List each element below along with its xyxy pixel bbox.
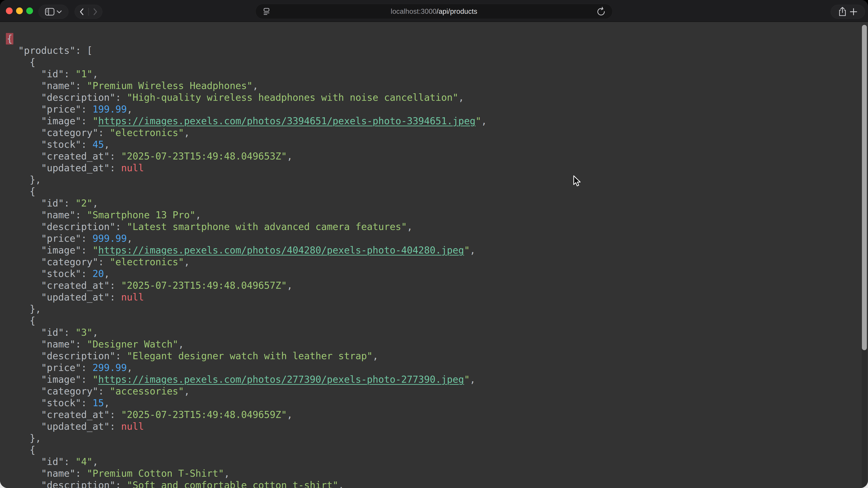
json-token: , bbox=[481, 116, 487, 127]
json-token: "Premium Cotton T-Shirt" bbox=[87, 468, 224, 479]
json-token: "electronics" bbox=[110, 127, 184, 138]
json-line: { bbox=[7, 444, 868, 456]
json-token: , bbox=[184, 256, 190, 267]
share-button[interactable] bbox=[838, 5, 847, 19]
json-token: "name": bbox=[7, 209, 87, 221]
json-line: "stock": 15, bbox=[7, 397, 868, 409]
json-line: { bbox=[7, 315, 868, 327]
json-line: "name": "Premium Wireless Headphones", bbox=[7, 80, 868, 92]
json-token: { bbox=[6, 33, 13, 44]
new-tab-button[interactable] bbox=[849, 5, 858, 19]
json-token: "name": bbox=[7, 468, 87, 479]
json-line: "name": "Premium Cotton T-Shirt", bbox=[7, 468, 868, 480]
json-token: "image": bbox=[7, 116, 92, 127]
json-token: , bbox=[178, 339, 184, 350]
json-line: { bbox=[7, 186, 868, 197]
maximize-window-button[interactable] bbox=[26, 7, 33, 14]
json-line: "price": 299.99, bbox=[7, 362, 868, 374]
json-token: , bbox=[104, 139, 110, 150]
json-line: "created_at": "2025-07-23T15:49:48.04965… bbox=[7, 151, 868, 162]
page-content: { "products": [ { "id": "1", "name": "Pr… bbox=[0, 22, 868, 488]
json-token: { bbox=[7, 186, 35, 197]
json-token: "updated_at": bbox=[7, 162, 121, 173]
json-token: "accessories" bbox=[110, 386, 184, 397]
sidebar-button-group bbox=[38, 5, 68, 19]
json-line: }, bbox=[7, 303, 868, 315]
url-text: localhost:3000/api/products bbox=[256, 7, 612, 15]
sidebar-icon bbox=[45, 8, 55, 16]
json-token: "Soft and comfortable cotton t-shirt" bbox=[127, 480, 338, 488]
browser-toolbar: localhost:3000/api/products bbox=[0, 0, 868, 22]
json-token: null bbox=[121, 162, 144, 173]
json-token: 15 bbox=[92, 397, 104, 409]
json-token: "2" bbox=[75, 198, 92, 209]
json-token: "id": bbox=[7, 456, 75, 467]
json-line: { bbox=[7, 33, 868, 45]
json-token: , bbox=[224, 468, 230, 479]
json-token: "description": bbox=[7, 350, 127, 361]
json-token: , bbox=[338, 480, 344, 488]
address-bar[interactable]: localhost:3000/api/products bbox=[255, 4, 613, 19]
navigation-button-group bbox=[74, 5, 102, 19]
json-token: "created_at": bbox=[7, 151, 121, 162]
json-token: 20 bbox=[92, 268, 104, 279]
json-token: 299.99 bbox=[92, 362, 127, 373]
forward-button[interactable] bbox=[89, 5, 102, 19]
json-token: , bbox=[127, 104, 132, 115]
sidebar-toggle-button[interactable] bbox=[45, 5, 55, 19]
json-token: "Smartphone 13 Pro" bbox=[87, 209, 195, 221]
sidebar-menu-button[interactable] bbox=[56, 5, 62, 19]
scrollbar-thumb[interactable] bbox=[862, 25, 867, 350]
back-button[interactable] bbox=[75, 5, 88, 19]
json-line: "category": "electronics", bbox=[7, 256, 868, 268]
json-token: "description": bbox=[7, 92, 127, 103]
json-token: "image": bbox=[7, 374, 92, 385]
json-token: , bbox=[127, 362, 132, 373]
json-token: , bbox=[470, 374, 475, 385]
json-line: "id": "1", bbox=[7, 68, 868, 80]
json-line: }, bbox=[7, 174, 868, 186]
json-token: "id": bbox=[7, 327, 75, 338]
json-token: "name": bbox=[7, 339, 87, 350]
json-token: "description": bbox=[7, 221, 127, 232]
json-token: "High-quality wireless headphones with n… bbox=[127, 92, 458, 103]
json-token: "name": bbox=[7, 80, 87, 91]
chevron-down-icon bbox=[56, 10, 62, 14]
json-token: null bbox=[121, 421, 144, 432]
close-window-button[interactable] bbox=[6, 7, 13, 14]
json-line: "name": "Designer Watch", bbox=[7, 338, 868, 350]
json-code: { "products": [ { "id": "1", "name": "Pr… bbox=[0, 22, 868, 488]
json-url-link[interactable]: https://images.pexels.com/photos/404280/… bbox=[98, 245, 464, 256]
json-token: "electronics" bbox=[110, 256, 184, 267]
back-icon bbox=[79, 8, 84, 16]
json-token: , bbox=[184, 127, 190, 138]
json-line: "image": "https://images.pexels.com/phot… bbox=[7, 115, 868, 127]
json-token: , bbox=[92, 68, 98, 79]
json-line: "description": "Latest smartphone with a… bbox=[7, 221, 868, 233]
json-token: "Premium Wireless Headphones" bbox=[87, 80, 252, 91]
minimize-window-button[interactable] bbox=[16, 7, 23, 14]
json-line: "image": "https://images.pexels.com/phot… bbox=[7, 245, 868, 256]
json-token: "id": bbox=[7, 198, 75, 209]
json-url-link[interactable]: https://images.pexels.com/photos/277390/… bbox=[98, 374, 464, 385]
json-line: "id": "2", bbox=[7, 197, 868, 209]
json-token: "2025-07-23T15:49:48.049659Z" bbox=[121, 409, 287, 420]
json-token: , bbox=[373, 350, 378, 361]
json-token: , bbox=[407, 221, 412, 232]
json-token: 999.99 bbox=[92, 233, 127, 244]
json-token: "stock": bbox=[7, 268, 92, 279]
json-token: "created_at": bbox=[7, 409, 121, 420]
json-token: , bbox=[458, 92, 464, 103]
json-token: "stock": bbox=[7, 397, 92, 409]
json-token: }, bbox=[7, 303, 41, 315]
json-line: "products": [ bbox=[7, 45, 868, 57]
json-line: "price": 999.99, bbox=[7, 233, 868, 245]
json-token: , bbox=[127, 233, 132, 244]
json-url-link[interactable]: https://images.pexels.com/photos/3394651… bbox=[98, 116, 475, 127]
json-token: " bbox=[92, 245, 98, 256]
json-token: , bbox=[92, 198, 98, 209]
json-token: 199.99 bbox=[92, 104, 127, 115]
json-line: "stock": 45, bbox=[7, 139, 868, 151]
reload-button[interactable] bbox=[596, 6, 606, 17]
json-token: " bbox=[475, 116, 481, 127]
